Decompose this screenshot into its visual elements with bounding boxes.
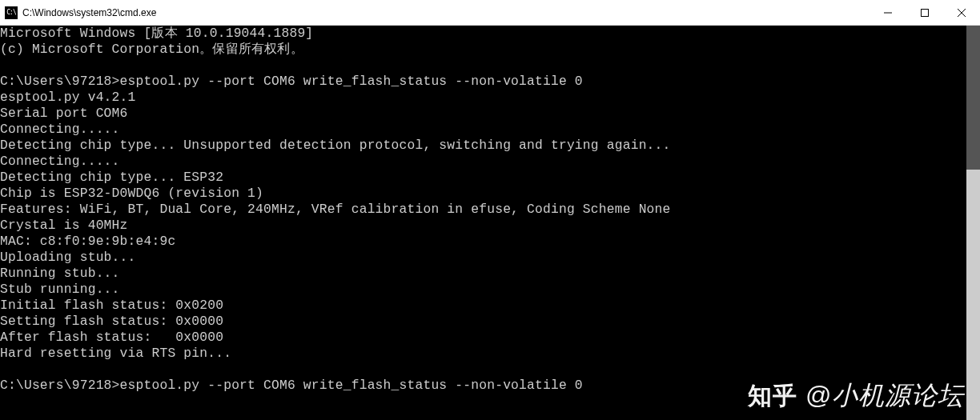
cmd-icon <box>5 6 18 19</box>
svg-rect-1 <box>922 9 929 16</box>
terminal-area: Microsoft Windows [版本 10.0.19044.1889] (… <box>0 26 980 420</box>
close-button[interactable] <box>943 0 980 25</box>
titlebar[interactable]: C:\Windows\system32\cmd.exe <box>0 0 980 26</box>
window-controls <box>870 0 980 25</box>
window-title: C:\Windows\system32\cmd.exe <box>22 7 156 18</box>
scrollbar-thumb[interactable] <box>966 26 980 170</box>
maximize-button[interactable] <box>906 0 943 25</box>
zhihu-logo: 知乎 <box>748 380 797 413</box>
terminal-output[interactable]: Microsoft Windows [版本 10.0.19044.1889] (… <box>0 26 966 420</box>
watermark: 知乎 @小机源论坛 <box>748 378 964 414</box>
minimize-button[interactable] <box>870 0 906 25</box>
watermark-text: @小机源论坛 <box>805 378 964 414</box>
scrollbar[interactable] <box>966 26 980 420</box>
